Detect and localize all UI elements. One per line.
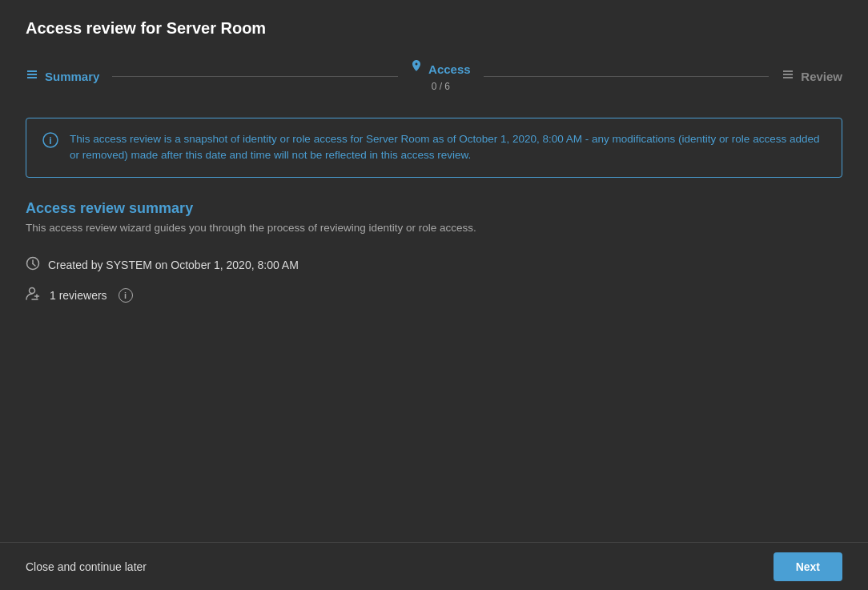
access-step-icon: [411, 60, 422, 78]
page-title: Access review for Server Room: [26, 19, 842, 38]
info-box-text: This access review is a snapshot of iden…: [70, 131, 826, 164]
summary-section-desc: This access review wizard guides you thr…: [26, 222, 842, 234]
close-continue-link[interactable]: Close and continue later: [26, 560, 147, 573]
bottom-bar: Close and continue later Next: [0, 542, 868, 590]
svg-text:i: i: [49, 135, 51, 146]
step-access-row: Access: [411, 60, 471, 78]
info-box: i This access review is a snapshot of id…: [26, 118, 842, 178]
created-by-text: Created by SYSTEM on October 1, 2020, 8:…: [48, 259, 299, 271]
summary-step-icon: [26, 68, 38, 84]
step-summary: Summary: [26, 68, 99, 84]
summary-section: Access review summary This access review…: [26, 200, 842, 317]
summary-section-title: Access review summary: [26, 200, 842, 217]
stepper: Summary Access 0 / 6: [26, 60, 842, 92]
review-step-icon: [782, 68, 794, 84]
reviewers-info-icon[interactable]: i: [119, 288, 133, 303]
next-button[interactable]: Next: [774, 552, 842, 581]
page-container: Access review for Server Room Summary: [0, 0, 868, 590]
access-step-count: 0 / 6: [432, 81, 450, 92]
review-step-label: Review: [801, 70, 842, 83]
reviewers-text: 1 reviewers: [50, 289, 107, 302]
svg-point-11: [30, 287, 35, 293]
reviewers-icon: [26, 287, 42, 304]
info-box-icon: i: [42, 132, 58, 152]
svg-line-10: [33, 263, 35, 266]
summary-step-label: Summary: [45, 70, 99, 83]
step-review: Review: [782, 68, 842, 84]
access-step-label: Access: [428, 62, 471, 76]
clock-icon: [26, 256, 40, 274]
reviewers-row: 1 reviewers i: [26, 287, 842, 304]
created-by-row: Created by SYSTEM on October 1, 2020, 8:…: [26, 256, 842, 274]
step-line-1: [112, 76, 398, 77]
step-access: Access 0 / 6: [411, 60, 471, 92]
step-line-2: [484, 76, 770, 77]
